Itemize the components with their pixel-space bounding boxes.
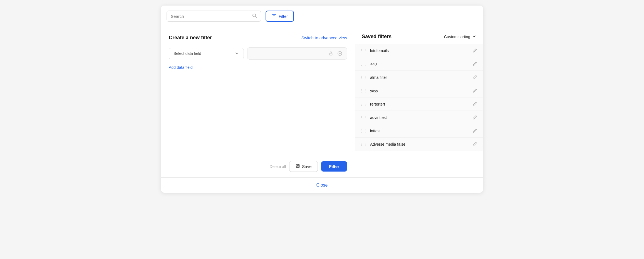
drag-handle-icon: ⋮⋮ xyxy=(360,62,367,66)
filter-row: Select data field xyxy=(169,47,347,60)
list-item[interactable]: ⋮⋮ lotofemails xyxy=(355,44,483,57)
main-container: Filter Create a new filter Switch to adv… xyxy=(161,6,483,193)
panel-header: Create a new filter Switch to advanced v… xyxy=(169,35,347,41)
list-item[interactable]: ⋮⋮ inttest xyxy=(355,124,483,138)
edit-filter-button[interactable] xyxy=(472,128,477,134)
filter-item-left: ⋮⋮ Adverse media false xyxy=(360,142,405,146)
drag-handle-icon: ⋮⋮ xyxy=(360,142,367,146)
custom-sorting-dropdown[interactable]: Custom sorting xyxy=(444,34,476,39)
search-icon xyxy=(252,13,257,19)
custom-sorting-label: Custom sorting xyxy=(444,35,470,39)
filter-item-name: inttest xyxy=(370,129,380,133)
drag-handle-icon: ⋮⋮ xyxy=(360,89,367,92)
edit-filter-button[interactable] xyxy=(472,61,477,67)
filter-item-name: lotofemails xyxy=(370,48,389,53)
svg-line-1 xyxy=(255,16,256,18)
search-input[interactable] xyxy=(171,14,249,19)
filter-item-left: ⋮⋮ alma filter xyxy=(360,75,387,80)
filter-item-name: advinttest xyxy=(370,115,387,120)
chevron-down-icon xyxy=(235,51,239,56)
edit-filter-button[interactable] xyxy=(472,101,477,107)
right-panel-header: Saved filters Custom sorting xyxy=(355,34,483,44)
edit-filter-button[interactable] xyxy=(472,48,477,53)
left-panel: Create a new filter Switch to advanced v… xyxy=(161,27,355,177)
drag-handle-icon: ⋮⋮ xyxy=(360,49,367,52)
drag-handle-icon: ⋮⋮ xyxy=(360,102,367,106)
delete-all-button[interactable]: Delete all xyxy=(270,164,286,169)
footer: Close xyxy=(161,177,483,193)
lock-icon-button[interactable] xyxy=(328,50,334,57)
save-button[interactable]: Save xyxy=(289,161,318,172)
filter-item-left: ⋮⋮ yayy xyxy=(360,89,378,93)
filter-button-label: Filter xyxy=(279,14,288,19)
actions-row: Delete all Save Filter xyxy=(169,154,347,177)
list-item[interactable]: ⋮⋮ rertertert xyxy=(355,97,483,111)
sorting-chevron-icon xyxy=(472,34,476,39)
advanced-view-link[interactable]: Switch to advanced view xyxy=(301,35,347,40)
svg-rect-5 xyxy=(330,53,332,55)
edit-filter-button[interactable] xyxy=(472,74,477,80)
edit-filter-button[interactable] xyxy=(472,114,477,120)
edit-filter-button[interactable] xyxy=(472,88,477,94)
select-data-field[interactable]: Select data field xyxy=(169,48,244,59)
search-wrapper xyxy=(167,11,261,22)
remove-icon-button[interactable] xyxy=(337,50,343,57)
filter-list: ⋮⋮ lotofemails ⋮⋮ <40 xyxy=(355,44,483,151)
top-bar: Filter xyxy=(161,6,483,27)
filter-input-area xyxy=(247,47,347,60)
filter-apply-button[interactable]: Filter xyxy=(321,161,347,172)
filter-item-left: ⋮⋮ lotofemails xyxy=(360,48,389,53)
list-item[interactable]: ⋮⋮ advinttest xyxy=(355,111,483,124)
filter-item-name: yayy xyxy=(370,89,378,93)
list-item[interactable]: ⋮⋮ alma filter xyxy=(355,71,483,84)
body-container: Create a new filter Switch to advanced v… xyxy=(161,27,483,177)
filter-button[interactable]: Filter xyxy=(266,11,294,22)
filter-item-left: ⋮⋮ <40 xyxy=(360,62,377,66)
drag-handle-icon: ⋮⋮ xyxy=(360,116,367,119)
save-label: Save xyxy=(302,164,311,169)
save-icon xyxy=(296,164,300,169)
filter-item-name: rertertert xyxy=(370,102,385,106)
list-item[interactable]: ⋮⋮ yayy xyxy=(355,84,483,97)
filter-icon xyxy=(272,13,276,19)
filter-item-left: ⋮⋮ inttest xyxy=(360,129,380,133)
select-placeholder: Select data field xyxy=(174,51,201,56)
list-item[interactable]: ⋮⋮ Adverse media false xyxy=(355,138,483,151)
list-item[interactable]: ⋮⋮ <40 xyxy=(355,57,483,71)
svg-rect-10 xyxy=(297,166,299,168)
filter-item-left: ⋮⋮ advinttest xyxy=(360,115,387,120)
panel-title: Create a new filter xyxy=(169,35,212,41)
close-link[interactable]: Close xyxy=(316,183,328,187)
filter-item-name: <40 xyxy=(370,62,377,66)
filter-item-name: Adverse media false xyxy=(370,142,405,146)
svg-rect-9 xyxy=(297,164,299,165)
drag-handle-icon: ⋮⋮ xyxy=(360,75,367,79)
edit-filter-button[interactable] xyxy=(472,141,477,147)
filter-item-left: ⋮⋮ rertertert xyxy=(360,102,385,106)
add-data-field-link[interactable]: Add data field xyxy=(169,65,347,70)
drag-handle-icon: ⋮⋮ xyxy=(360,129,367,133)
right-panel: Saved filters Custom sorting ⋮⋮ lot xyxy=(355,27,483,177)
saved-filters-title: Saved filters xyxy=(362,34,392,40)
filter-item-name: alma filter xyxy=(370,75,387,80)
